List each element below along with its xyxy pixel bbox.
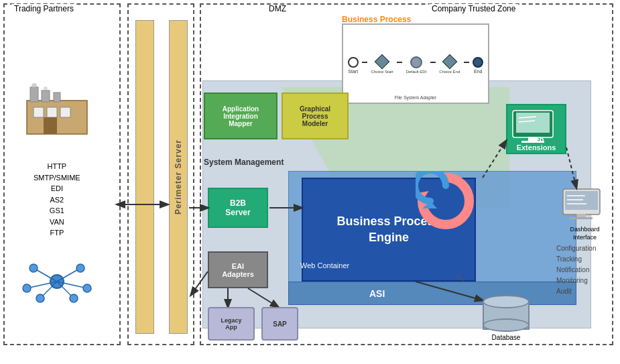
perimeter-server-label: Perimeter Server [174, 139, 183, 215]
svg-rect-1 [34, 107, 44, 117]
svg-point-20 [83, 284, 91, 292]
protocol-ftp: FTP [34, 227, 80, 239]
wf-end: End [473, 57, 483, 74]
database-cylinder: Database [483, 295, 530, 332]
eai-text: EAI Adapters [222, 262, 254, 278]
web-extensions-box: Web Extensions [506, 104, 566, 154]
protocol-smtp: SMTP/SMIME [34, 172, 80, 184]
wf-start: Start [348, 57, 359, 74]
system-management-label: System Management [204, 158, 284, 167]
protocol-as2: AS2 [34, 194, 80, 206]
legacy-text: Legacy App [221, 317, 241, 330]
application-integration-mapper-box: Application Integration Mapper [204, 93, 277, 139]
file-system-adapter-label: File System Adapter [395, 95, 437, 100]
architecture-diagram: Trading Partners DMZ Company Trusted Zon… [0, 0, 620, 364]
svg-rect-34 [576, 214, 586, 217]
eai-adapters-box: EAI Adapters [208, 251, 268, 288]
trusted-label: Company Trusted Zone [429, 4, 518, 13]
sap-text: SAP [273, 320, 287, 328]
b2b-server-box: B2B Server [208, 188, 268, 228]
svg-rect-3 [60, 107, 70, 117]
graphical-process-modeler-box: Graphical Process Modeler [282, 93, 349, 139]
dashboard-label: Dashboard Interface [560, 226, 610, 241]
svg-rect-7 [54, 93, 60, 102]
dmz-bar [135, 20, 154, 334]
database-label: Database [492, 334, 521, 341]
we-text: Web Extensions [507, 135, 565, 151]
svg-point-22 [70, 294, 78, 302]
wf-choice-start: Choice Start [371, 56, 393, 74]
trading-partner-network-icon [20, 255, 94, 316]
svg-rect-4 [44, 117, 57, 134]
perimeter-server-bar: Perimeter Server [169, 20, 188, 334]
config-item-3: Monitoring [556, 276, 596, 286]
svg-rect-30 [565, 191, 598, 210]
svg-point-19 [23, 284, 31, 292]
svg-rect-5 [30, 87, 38, 102]
svg-rect-6 [42, 90, 50, 102]
protocol-van: VAN [34, 217, 80, 228]
web-container-label: Web Container [300, 261, 349, 269]
protocol-edi: EDI [34, 183, 80, 194]
dashboard-interface-area: Dashboard Interface [560, 188, 610, 241]
svg-point-18 [76, 264, 84, 272]
svg-point-17 [29, 264, 38, 272]
asi-label: ASI [369, 288, 385, 299]
svg-rect-35 [570, 217, 593, 219]
business-process-box: Start Choice Start Default EDI Choice En… [342, 23, 489, 104]
trading-partner-building-icon [20, 80, 94, 142]
config-item-2: Notification [556, 265, 596, 276]
trading-partners-label: Trading Partners [11, 4, 76, 13]
config-item-0: Configuration [556, 243, 596, 254]
svg-point-9 [44, 86, 48, 90]
b2b-text: B2B Server [225, 198, 250, 217]
svg-point-8 [32, 83, 37, 88]
protocol-http: HTTP [34, 161, 80, 172]
svg-rect-2 [47, 107, 57, 117]
config-item-4: Audit [556, 286, 596, 297]
config-item-1: Tracking [556, 254, 596, 265]
business-process-label: Business Process [342, 15, 411, 24]
svg-point-21 [36, 294, 44, 302]
sap-box: SAP [261, 307, 298, 341]
aim-text: Application Integration Mapper [223, 105, 259, 127]
protocol-gs1: GS1 [34, 205, 80, 217]
gpm-text: Graphical Process Modeler [300, 105, 330, 127]
legacy-app-box: Legacy App [208, 307, 255, 341]
wf-choice-end: Choice End [439, 56, 460, 74]
wf-default-edi: Default EDI [406, 56, 427, 74]
protocol-list: HTTP SMTP/SMIME EDI AS2 GS1 VAN FTP [34, 161, 80, 239]
config-text-block: Configuration Tracking Notification Moni… [556, 243, 596, 297]
asi-bar: ASI [288, 282, 576, 305]
cycle-arrows-icon [416, 171, 476, 231]
svg-rect-24 [516, 113, 550, 133]
